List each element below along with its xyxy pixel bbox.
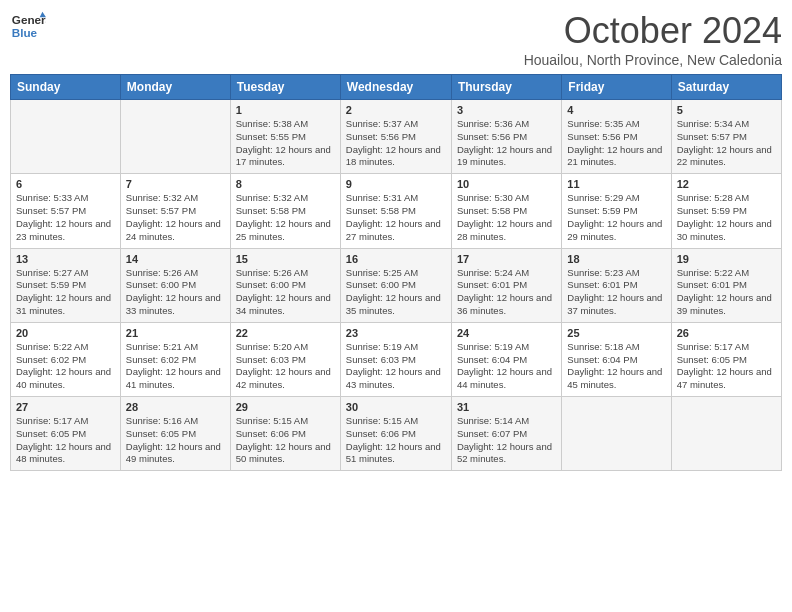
- day-info: Sunrise: 5:25 AM Sunset: 6:00 PM Dayligh…: [346, 267, 446, 318]
- day-number: 18: [567, 253, 665, 265]
- day-cell: 31Sunrise: 5:14 AM Sunset: 6:07 PM Dayli…: [451, 397, 561, 471]
- col-header-tuesday: Tuesday: [230, 75, 340, 100]
- week-row-1: 1Sunrise: 5:38 AM Sunset: 5:55 PM Daylig…: [11, 100, 782, 174]
- day-cell: 17Sunrise: 5:24 AM Sunset: 6:01 PM Dayli…: [451, 248, 561, 322]
- day-cell: 3Sunrise: 5:36 AM Sunset: 5:56 PM Daylig…: [451, 100, 561, 174]
- logo-icon: General Blue: [10, 10, 46, 46]
- day-info: Sunrise: 5:30 AM Sunset: 5:58 PM Dayligh…: [457, 192, 556, 243]
- day-info: Sunrise: 5:17 AM Sunset: 6:05 PM Dayligh…: [16, 415, 115, 466]
- day-cell: 2Sunrise: 5:37 AM Sunset: 5:56 PM Daylig…: [340, 100, 451, 174]
- title-block: October 2024 Houailou, North Province, N…: [524, 10, 782, 68]
- day-info: Sunrise: 5:29 AM Sunset: 5:59 PM Dayligh…: [567, 192, 665, 243]
- day-info: Sunrise: 5:17 AM Sunset: 6:05 PM Dayligh…: [677, 341, 776, 392]
- day-cell: 30Sunrise: 5:15 AM Sunset: 6:06 PM Dayli…: [340, 397, 451, 471]
- day-cell: 5Sunrise: 5:34 AM Sunset: 5:57 PM Daylig…: [671, 100, 781, 174]
- day-info: Sunrise: 5:37 AM Sunset: 5:56 PM Dayligh…: [346, 118, 446, 169]
- day-number: 25: [567, 327, 665, 339]
- day-number: 10: [457, 178, 556, 190]
- svg-text:Blue: Blue: [12, 26, 38, 39]
- day-number: 17: [457, 253, 556, 265]
- week-row-4: 20Sunrise: 5:22 AM Sunset: 6:02 PM Dayli…: [11, 322, 782, 396]
- day-info: Sunrise: 5:18 AM Sunset: 6:04 PM Dayligh…: [567, 341, 665, 392]
- logo: General Blue: [10, 10, 46, 46]
- day-number: 27: [16, 401, 115, 413]
- day-cell: 20Sunrise: 5:22 AM Sunset: 6:02 PM Dayli…: [11, 322, 121, 396]
- day-info: Sunrise: 5:36 AM Sunset: 5:56 PM Dayligh…: [457, 118, 556, 169]
- day-number: 28: [126, 401, 225, 413]
- location-subtitle: Houailou, North Province, New Caledonia: [524, 52, 782, 68]
- col-header-monday: Monday: [120, 75, 230, 100]
- day-cell: [120, 100, 230, 174]
- day-number: 23: [346, 327, 446, 339]
- day-number: 13: [16, 253, 115, 265]
- week-row-2: 6Sunrise: 5:33 AM Sunset: 5:57 PM Daylig…: [11, 174, 782, 248]
- day-cell: 14Sunrise: 5:26 AM Sunset: 6:00 PM Dayli…: [120, 248, 230, 322]
- day-cell: 21Sunrise: 5:21 AM Sunset: 6:02 PM Dayli…: [120, 322, 230, 396]
- day-info: Sunrise: 5:31 AM Sunset: 5:58 PM Dayligh…: [346, 192, 446, 243]
- day-info: Sunrise: 5:15 AM Sunset: 6:06 PM Dayligh…: [346, 415, 446, 466]
- day-info: Sunrise: 5:20 AM Sunset: 6:03 PM Dayligh…: [236, 341, 335, 392]
- day-info: Sunrise: 5:22 AM Sunset: 6:02 PM Dayligh…: [16, 341, 115, 392]
- day-cell: [562, 397, 671, 471]
- day-number: 6: [16, 178, 115, 190]
- day-number: 30: [346, 401, 446, 413]
- day-info: Sunrise: 5:27 AM Sunset: 5:59 PM Dayligh…: [16, 267, 115, 318]
- day-number: 19: [677, 253, 776, 265]
- header-row: SundayMondayTuesdayWednesdayThursdayFrid…: [11, 75, 782, 100]
- day-number: 24: [457, 327, 556, 339]
- day-number: 16: [346, 253, 446, 265]
- day-info: Sunrise: 5:38 AM Sunset: 5:55 PM Dayligh…: [236, 118, 335, 169]
- day-info: Sunrise: 5:33 AM Sunset: 5:57 PM Dayligh…: [16, 192, 115, 243]
- day-cell: 25Sunrise: 5:18 AM Sunset: 6:04 PM Dayli…: [562, 322, 671, 396]
- day-cell: 16Sunrise: 5:25 AM Sunset: 6:00 PM Dayli…: [340, 248, 451, 322]
- col-header-saturday: Saturday: [671, 75, 781, 100]
- day-number: 20: [16, 327, 115, 339]
- page-header: General Blue October 2024 Houailou, Nort…: [10, 10, 782, 68]
- day-number: 22: [236, 327, 335, 339]
- day-number: 5: [677, 104, 776, 116]
- col-header-sunday: Sunday: [11, 75, 121, 100]
- day-cell: 11Sunrise: 5:29 AM Sunset: 5:59 PM Dayli…: [562, 174, 671, 248]
- day-cell: 19Sunrise: 5:22 AM Sunset: 6:01 PM Dayli…: [671, 248, 781, 322]
- day-number: 1: [236, 104, 335, 116]
- day-cell: [671, 397, 781, 471]
- day-info: Sunrise: 5:22 AM Sunset: 6:01 PM Dayligh…: [677, 267, 776, 318]
- week-row-5: 27Sunrise: 5:17 AM Sunset: 6:05 PM Dayli…: [11, 397, 782, 471]
- day-info: Sunrise: 5:23 AM Sunset: 6:01 PM Dayligh…: [567, 267, 665, 318]
- day-info: Sunrise: 5:32 AM Sunset: 5:58 PM Dayligh…: [236, 192, 335, 243]
- day-number: 21: [126, 327, 225, 339]
- day-info: Sunrise: 5:16 AM Sunset: 6:05 PM Dayligh…: [126, 415, 225, 466]
- day-info: Sunrise: 5:19 AM Sunset: 6:04 PM Dayligh…: [457, 341, 556, 392]
- day-number: 31: [457, 401, 556, 413]
- day-info: Sunrise: 5:15 AM Sunset: 6:06 PM Dayligh…: [236, 415, 335, 466]
- day-cell: 9Sunrise: 5:31 AM Sunset: 5:58 PM Daylig…: [340, 174, 451, 248]
- day-number: 29: [236, 401, 335, 413]
- day-number: 11: [567, 178, 665, 190]
- day-number: 8: [236, 178, 335, 190]
- day-number: 2: [346, 104, 446, 116]
- day-cell: 29Sunrise: 5:15 AM Sunset: 6:06 PM Dayli…: [230, 397, 340, 471]
- day-cell: [11, 100, 121, 174]
- day-cell: 4Sunrise: 5:35 AM Sunset: 5:56 PM Daylig…: [562, 100, 671, 174]
- week-row-3: 13Sunrise: 5:27 AM Sunset: 5:59 PM Dayli…: [11, 248, 782, 322]
- day-number: 14: [126, 253, 225, 265]
- day-cell: 1Sunrise: 5:38 AM Sunset: 5:55 PM Daylig…: [230, 100, 340, 174]
- col-header-friday: Friday: [562, 75, 671, 100]
- col-header-wednesday: Wednesday: [340, 75, 451, 100]
- day-info: Sunrise: 5:34 AM Sunset: 5:57 PM Dayligh…: [677, 118, 776, 169]
- day-cell: 12Sunrise: 5:28 AM Sunset: 5:59 PM Dayli…: [671, 174, 781, 248]
- day-number: 15: [236, 253, 335, 265]
- day-info: Sunrise: 5:26 AM Sunset: 6:00 PM Dayligh…: [126, 267, 225, 318]
- day-info: Sunrise: 5:35 AM Sunset: 5:56 PM Dayligh…: [567, 118, 665, 169]
- day-cell: 15Sunrise: 5:26 AM Sunset: 6:00 PM Dayli…: [230, 248, 340, 322]
- day-cell: 18Sunrise: 5:23 AM Sunset: 6:01 PM Dayli…: [562, 248, 671, 322]
- day-cell: 8Sunrise: 5:32 AM Sunset: 5:58 PM Daylig…: [230, 174, 340, 248]
- day-number: 4: [567, 104, 665, 116]
- day-info: Sunrise: 5:24 AM Sunset: 6:01 PM Dayligh…: [457, 267, 556, 318]
- col-header-thursday: Thursday: [451, 75, 561, 100]
- day-cell: 23Sunrise: 5:19 AM Sunset: 6:03 PM Dayli…: [340, 322, 451, 396]
- day-number: 9: [346, 178, 446, 190]
- day-info: Sunrise: 5:14 AM Sunset: 6:07 PM Dayligh…: [457, 415, 556, 466]
- day-number: 26: [677, 327, 776, 339]
- month-title: October 2024: [524, 10, 782, 52]
